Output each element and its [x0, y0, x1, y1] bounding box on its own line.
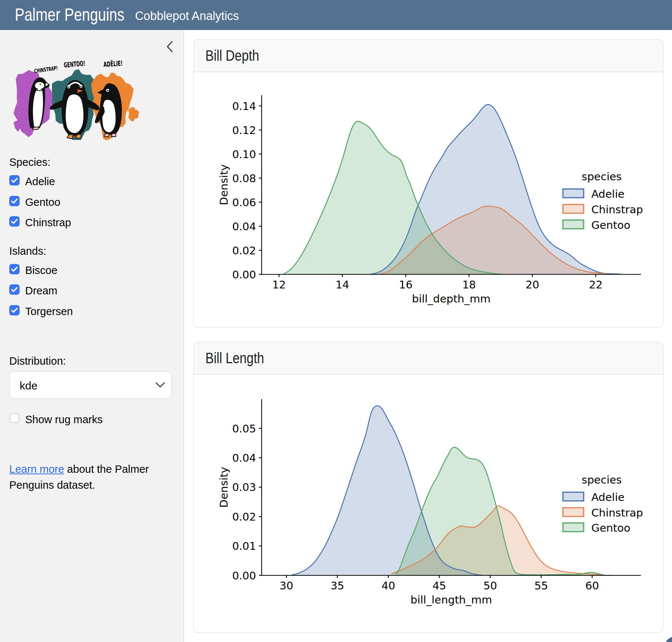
svg-text:30: 30 [280, 579, 293, 592]
svg-text:55: 55 [534, 579, 548, 592]
svg-text:16: 16 [399, 278, 413, 291]
svg-text:Chinstrap: Chinstrap [591, 203, 643, 216]
svg-text:CHINSTRAP!: CHINSTRAP! [34, 65, 58, 75]
svg-text:0.14: 0.14 [232, 100, 256, 113]
svg-text:bill_depth_mm: bill_depth_mm [412, 292, 491, 305]
svg-text:40: 40 [382, 579, 395, 592]
svg-text:14: 14 [336, 278, 349, 291]
svg-text:species: species [582, 474, 622, 486]
svg-text:45: 45 [433, 579, 446, 592]
svg-text:18: 18 [462, 278, 476, 291]
svg-text:22: 22 [589, 278, 603, 291]
svg-text:Adelie: Adelie [591, 491, 625, 504]
svg-text:0.02: 0.02 [232, 511, 256, 523]
svg-text:Chinstrap: Chinstrap [591, 506, 643, 519]
svg-text:0.08: 0.08 [232, 172, 256, 185]
svg-text:0.04: 0.04 [232, 220, 256, 233]
svg-text:Gentoo: Gentoo [591, 219, 631, 231]
svg-text:0.04: 0.04 [232, 452, 256, 464]
svg-text:50: 50 [483, 579, 497, 592]
svg-text:12: 12 [272, 278, 286, 291]
svg-text:Adelie: Adelie [591, 188, 625, 200]
svg-text:0.00: 0.00 [232, 569, 256, 582]
svg-text:GENTOO!: GENTOO! [64, 59, 86, 69]
svg-text:species: species [582, 170, 622, 183]
svg-text:35: 35 [330, 579, 344, 592]
svg-text:Density: Density [218, 467, 230, 508]
svg-text:Density: Density [218, 164, 230, 205]
svg-text:0.10: 0.10 [232, 148, 256, 161]
svg-text:0.01: 0.01 [232, 540, 256, 552]
svg-text:0.03: 0.03 [232, 481, 256, 494]
svg-text:0.05: 0.05 [232, 422, 256, 435]
svg-text:ADĒLIE!: ADĒLIE! [103, 59, 123, 68]
svg-text:bill_length_mm: bill_length_mm [410, 593, 492, 606]
svg-text:0.06: 0.06 [232, 196, 256, 209]
svg-text:0.00: 0.00 [232, 268, 256, 281]
svg-text:0.02: 0.02 [232, 244, 256, 257]
svg-text:20: 20 [525, 278, 539, 291]
svg-text:Gentoo: Gentoo [591, 522, 631, 534]
svg-text:0.12: 0.12 [232, 124, 256, 137]
svg-text:60: 60 [585, 579, 599, 592]
